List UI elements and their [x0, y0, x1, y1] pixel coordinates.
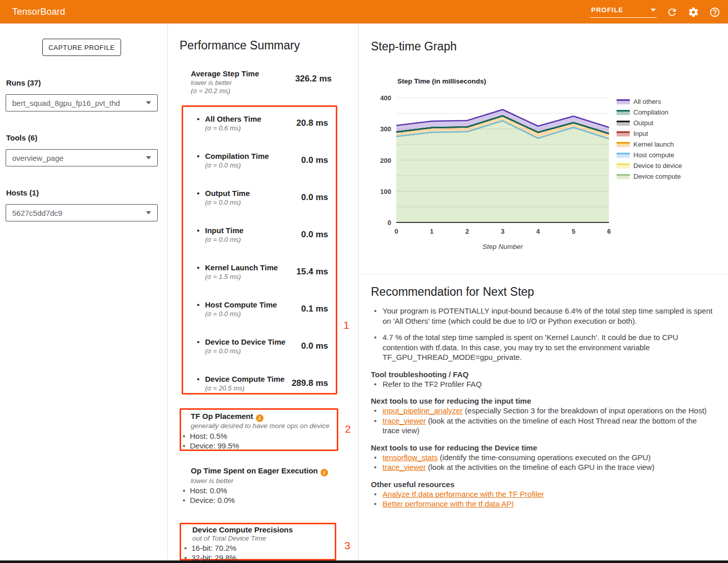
bullet: •	[197, 226, 199, 235]
dashboard-select-value: PROFILE	[591, 6, 623, 14]
perf-item-name: Host Compute Time	[205, 300, 277, 309]
svg-text:300: 300	[380, 125, 391, 133]
perf-item-sigma: (σ = 0.0 ms)	[205, 161, 241, 169]
svg-text:Compilation: Compilation	[633, 108, 668, 116]
performance-summary-panel: Performance Summary Average Step Time lo…	[168, 24, 359, 563]
annotation-number-2: 2	[345, 423, 351, 435]
divider	[359, 274, 728, 274]
perf-item-value: 15.4 ms	[297, 267, 328, 277]
perf-item-name: Device to Device Time	[205, 337, 285, 346]
perf-item-value: 0.0 ms	[301, 155, 328, 165]
gear-icon[interactable]	[687, 6, 700, 18]
bullet: •	[184, 544, 187, 552]
stat-value: Device: 99.5%	[190, 441, 239, 450]
list-item-text: (identify the time-consuming operations …	[438, 453, 651, 462]
stat-value: Host: 0.5%	[190, 432, 227, 440]
perf-item-sigma: (σ = 0.0 ms)	[205, 347, 241, 355]
perf-item-value: 0.0 ms	[301, 192, 328, 203]
recommendation-bullet: Your program is POTENTIALLY input-bound …	[371, 306, 713, 326]
svg-text:0: 0	[394, 228, 398, 235]
svg-text:Step Number: Step Number	[482, 243, 523, 250]
recommendation-bullet: 4.7 % of the total step time sampled is …	[371, 332, 713, 362]
tfdata-profiler-link[interactable]: Analyze tf.data performance with the TF …	[383, 490, 544, 498]
info-icon[interactable]	[321, 469, 328, 476]
svg-text:3: 3	[501, 228, 504, 235]
bullet: •	[197, 152, 199, 160]
tools-select[interactable]: overview_page	[6, 149, 158, 166]
perf-item-kernel-launch: • Kernel Launch Time (σ = 1.5 ms) 15.4 m…	[183, 263, 336, 285]
tfdata-api-link[interactable]: Better performance with the tf.data API	[383, 499, 514, 508]
chevron-down-icon	[146, 101, 151, 104]
step-time-graph-title: Step-time Graph	[371, 40, 457, 53]
perf-item-device-to-device: • Device to Device Time (σ = 0.0 ms) 0.0…	[183, 337, 336, 359]
capture-profile-button[interactable]: CAPTURE PROFILE	[42, 39, 121, 56]
annotation-box-1: • All Others Time (σ = 0.6 ms) 20.8 ms •…	[182, 105, 337, 395]
app-header: TensorBoard PROFILE	[0, 0, 728, 24]
bullet: •	[183, 496, 185, 504]
recommendation-title: Recommendation for Next Step	[371, 285, 713, 299]
bullet: •	[197, 337, 199, 346]
perf-item-input: • Input Time (σ = 0.0 ms) 0.0 ms	[183, 226, 336, 247]
list-item: Refer to the TF2 Profiler FAQ	[371, 379, 713, 389]
perf-item-sigma: (σ = 20.5 ms)	[205, 384, 245, 392]
list-item: trace_viewer (look at the activities on …	[371, 462, 713, 472]
tf-op-placement-note: generally desired to have more ops on de…	[191, 422, 329, 430]
svg-text:0: 0	[388, 219, 391, 227]
perf-item-name: Device Compute Time	[205, 375, 284, 383]
average-step-time-value: 326.2 ms	[295, 74, 332, 84]
tools-select-value: overview_page	[12, 154, 146, 162]
perf-item-sigma: (σ = 0.0 ms)	[205, 199, 241, 206]
list-item: trace_viewer (look at the activities on …	[371, 416, 713, 436]
perf-item-output: • Output Time (σ = 0.0 ms) 0.0 ms	[183, 189, 336, 210]
annotation-number-1: 1	[343, 319, 350, 331]
runs-select-value: bert_squad_8gpu_fp16_pvt_thd	[12, 99, 146, 107]
annotation-box-2: TF Op Placement generally desired to hav…	[180, 408, 338, 451]
section-heading-input-time: Next tools to use for reducing the input…	[371, 397, 713, 405]
info-icon[interactable]	[256, 414, 264, 422]
average-step-time-note: lower is better	[191, 79, 232, 87]
annotation-box-3: Device Compute Precisions out of Total D…	[180, 523, 336, 560]
perf-item-host-compute: • Host Compute Time (σ = 0.0 ms) 0.1 ms	[183, 300, 336, 322]
bullet: •	[197, 263, 199, 272]
dashboard-select[interactable]: PROFILE	[590, 6, 657, 18]
stat-value: Device: 0.0%	[190, 496, 235, 504]
perf-item-name: Compilation Time	[205, 152, 269, 160]
precisions-note: out of Total Device Time	[192, 534, 266, 542]
perf-item-compilation: • Compilation Time (σ = 0.0 ms) 0.0 ms	[183, 152, 336, 173]
list-item-text: Refer to the TF2 Profiler FAQ	[383, 380, 482, 388]
perf-item-value: 20.8 ms	[297, 118, 328, 128]
perf-item-value: 0.0 ms	[301, 230, 328, 240]
refresh-icon[interactable]	[666, 6, 678, 18]
hosts-select-value: 5627c5dd7dc9	[12, 209, 146, 217]
help-icon[interactable]	[709, 6, 721, 18]
screen-bottom-edge	[0, 560, 728, 563]
svg-text:1: 1	[430, 228, 433, 235]
perf-item-sigma: (σ = 0.6 ms)	[205, 124, 241, 132]
hosts-select[interactable]: 5627c5dd7dc9	[6, 204, 158, 221]
chevron-down-icon	[146, 211, 151, 214]
hosts-label: Hosts (1)	[6, 188, 39, 197]
bullet: •	[197, 375, 199, 383]
svg-text:Output: Output	[633, 119, 653, 127]
trace-viewer-link[interactable]: trace_viewer	[383, 416, 426, 425]
tf-op-placement-title-text: TF Op Placement	[191, 412, 253, 420]
svg-text:6: 6	[607, 228, 610, 235]
svg-text:Device compute: Device compute	[633, 173, 681, 180]
tensorflow-stats-link[interactable]: tensorflow_stats	[383, 453, 438, 462]
list-item: input_pipeline_analyzer (especially Sect…	[371, 406, 713, 416]
perf-item-name: Output Time	[205, 189, 250, 198]
perf-item-sigma: (σ = 0.0 ms)	[205, 310, 241, 318]
list-item-text: (look at the activities on the timeline …	[426, 463, 654, 471]
bullet: •	[183, 486, 185, 495]
trace-viewer-link[interactable]: trace_viewer	[383, 463, 426, 471]
svg-text:100: 100	[380, 188, 391, 195]
bullet: •	[197, 300, 199, 309]
perf-item-device-compute: • Device Compute Time (σ = 20.5 ms) 289.…	[183, 375, 336, 396]
svg-text:200: 200	[380, 157, 391, 164]
bullet: •	[183, 441, 185, 450]
runs-select[interactable]: bert_squad_8gpu_fp16_pvt_thd	[6, 94, 158, 111]
average-step-time-sigma: (σ = 20.2 ms)	[191, 87, 230, 95]
eager-host: •Host: 0.0%	[183, 486, 227, 495]
input-pipeline-analyzer-link[interactable]: input_pipeline_analyzer	[383, 406, 463, 415]
recommendation-bullet-text: Your program is POTENTIALLY input-bound …	[383, 306, 712, 325]
